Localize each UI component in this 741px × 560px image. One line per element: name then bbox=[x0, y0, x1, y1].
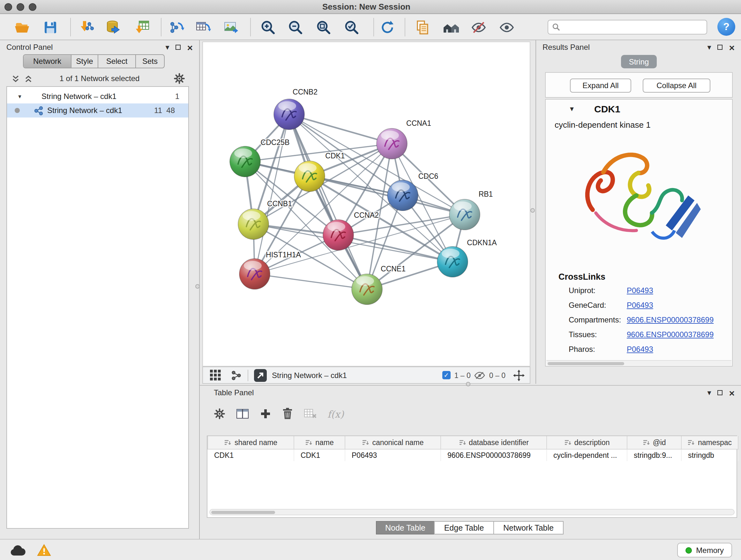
scrollbar-thumb[interactable] bbox=[548, 362, 624, 365]
import-network-database-button[interactable] bbox=[103, 17, 125, 38]
search-input[interactable] bbox=[563, 23, 703, 32]
crosslink-link-uniprot[interactable]: P06493 bbox=[627, 286, 653, 295]
collapse-all-button[interactable]: Collapse All bbox=[643, 78, 711, 92]
memory-label: Memory bbox=[696, 546, 724, 555]
memory-button[interactable]: Memory bbox=[677, 543, 732, 557]
expand-all-button[interactable]: Expand All bbox=[570, 78, 631, 92]
save-session-button[interactable] bbox=[40, 17, 61, 38]
network-options-gear-icon[interactable] bbox=[174, 73, 185, 86]
tab-edge-table[interactable]: Edge Table bbox=[434, 521, 494, 535]
control-panel-float-icon[interactable] bbox=[176, 44, 181, 51]
add-column-plus-icon[interactable] bbox=[260, 408, 271, 421]
zoom-out-button[interactable] bbox=[285, 17, 307, 38]
birdseye-view-icon[interactable] bbox=[231, 370, 242, 381]
scrollbar-thumb[interactable] bbox=[211, 510, 275, 514]
zoom-selected-icon bbox=[343, 19, 360, 36]
right-splitter-handle[interactable] bbox=[530, 208, 535, 212]
column-header-namespace[interactable]: namespac bbox=[681, 436, 738, 449]
zoom-selected-button[interactable] bbox=[341, 17, 362, 38]
table-panel-header: Table Panel ▾ × bbox=[200, 386, 741, 400]
column-header-id[interactable]: @id bbox=[627, 436, 681, 449]
edge-HIST1H1A-CCNE1[interactable] bbox=[255, 274, 367, 289]
tab-network-table[interactable]: Network Table bbox=[493, 521, 563, 535]
import-table-file-button[interactable] bbox=[131, 17, 153, 38]
refresh-button[interactable] bbox=[377, 17, 398, 38]
results-panel-float-icon[interactable] bbox=[718, 44, 723, 51]
network-node-CDKN1A[interactable]: CDKN1A bbox=[437, 239, 497, 277]
network-row-selected[interactable]: String Network – cdk1 11 48 bbox=[7, 104, 188, 118]
results-horizontal-scrollbar[interactable] bbox=[546, 360, 731, 365]
collection-expand-icon[interactable]: ▼ bbox=[17, 94, 25, 99]
network-node-RB1[interactable]: RB1 bbox=[449, 190, 493, 230]
hidden-eye-slash-icon bbox=[475, 371, 485, 379]
new-network-button[interactable] bbox=[165, 17, 187, 38]
window-close-button[interactable] bbox=[4, 3, 12, 10]
network-node-CCNA1[interactable]: CCNA1 bbox=[377, 119, 431, 159]
table-horizontal-scrollbar[interactable] bbox=[209, 509, 735, 515]
network-collection-row[interactable]: ▼ String Network – cdk1 1 bbox=[7, 89, 188, 104]
crosslink-link-compartments[interactable]: 9606.ENSP00000378699 bbox=[627, 315, 714, 324]
column-header-canonical-name[interactable]: canonical name bbox=[345, 436, 441, 449]
network-node-CDK1[interactable]: CDK1 bbox=[294, 152, 345, 192]
edge-CCNB2-CCNE1[interactable] bbox=[289, 114, 367, 289]
window-minimize-button[interactable] bbox=[17, 3, 24, 10]
network-node-CCNE1[interactable]: CCNE1 bbox=[352, 265, 406, 305]
bottom-splitter-handle[interactable] bbox=[466, 382, 470, 386]
column-header-description[interactable]: description bbox=[547, 436, 627, 449]
crosslink-link-pharos[interactable]: P06493 bbox=[627, 345, 653, 354]
table-settings-gear-icon[interactable] bbox=[214, 408, 225, 421]
grid-view-icon[interactable] bbox=[210, 370, 221, 381]
copy-button[interactable] bbox=[412, 17, 433, 38]
tab-string[interactable]: String bbox=[621, 55, 657, 68]
results-panel-close-icon[interactable]: × bbox=[729, 43, 735, 52]
toolbar-separator bbox=[161, 18, 161, 37]
export-image-button[interactable] bbox=[220, 17, 242, 38]
tab-network[interactable]: Network bbox=[23, 55, 71, 68]
network-selection-status: 1 of 1 Network selected bbox=[0, 74, 199, 83]
network-node-CCNB1[interactable]: CCNB1 bbox=[238, 199, 292, 240]
control-panel-menu-chevron-icon[interactable]: ▾ bbox=[165, 44, 169, 51]
network-node-CCNB2[interactable]: CCNB2 bbox=[274, 88, 318, 130]
left-splitter-handle[interactable] bbox=[195, 284, 200, 289]
zoom-in-button[interactable] bbox=[257, 17, 279, 38]
column-header-shared-name[interactable]: shared name bbox=[208, 436, 294, 449]
table-panel-float-icon[interactable] bbox=[718, 389, 723, 396]
selected-checkbox-icon[interactable]: ✓ bbox=[442, 371, 451, 379]
svg-text:CCNA1: CCNA1 bbox=[406, 119, 431, 127]
pan-crosshair-icon[interactable] bbox=[513, 369, 525, 381]
warning-icon[interactable] bbox=[37, 544, 51, 558]
tab-node-table[interactable]: Node Table bbox=[376, 521, 434, 535]
delete-column-trash-icon[interactable] bbox=[282, 408, 293, 422]
network-node-CDC6[interactable]: CDC6 bbox=[387, 172, 438, 211]
window-zoom-button[interactable] bbox=[29, 3, 37, 10]
network-canvas[interactable]: CCNB2CCNA1CDC25BCDK1CDC6RB1CCNB1CCNA2CDK… bbox=[202, 42, 530, 367]
edge-CCNB2-CCNA1[interactable] bbox=[289, 114, 392, 144]
network-node-HIST1H1A[interactable]: HIST1H1A bbox=[239, 251, 301, 289]
open-session-button[interactable] bbox=[11, 17, 33, 38]
home-view-button[interactable] bbox=[441, 17, 462, 38]
new-table-button[interactable] bbox=[192, 17, 214, 38]
network-graph[interactable]: CCNB2CCNA1CDC25BCDK1CDC6RB1CCNB1CCNA2CDK… bbox=[203, 42, 530, 366]
results-panel-menu-chevron-icon[interactable]: ▾ bbox=[707, 44, 711, 51]
table-panel-menu-chevron-icon[interactable]: ▾ bbox=[707, 389, 711, 396]
zoom-fit-button[interactable] bbox=[313, 17, 334, 38]
open-in-new-window-button[interactable] bbox=[254, 369, 267, 381]
tab-select[interactable]: Select bbox=[98, 55, 136, 68]
control-panel-close-icon[interactable]: × bbox=[187, 43, 193, 52]
gene-collapse-icon[interactable]: ▼ bbox=[569, 105, 575, 112]
show-graphics-button[interactable] bbox=[496, 17, 518, 38]
table-row[interactable]: CDK1 CDK1 P06493 9606.ENSP00000378699 cy… bbox=[208, 449, 738, 461]
hide-graphics-button[interactable] bbox=[468, 17, 489, 38]
tab-style[interactable]: Style bbox=[71, 55, 98, 68]
table-panel-close-icon[interactable]: × bbox=[729, 388, 735, 397]
cloud-status-icon[interactable] bbox=[10, 544, 26, 559]
help-button[interactable]: ? bbox=[718, 18, 735, 36]
column-header-database-identifier[interactable]: database identifier bbox=[441, 436, 547, 449]
crosslink-link-genecard[interactable]: P06493 bbox=[627, 301, 653, 310]
search-icon bbox=[552, 23, 560, 31]
show-columns-icon[interactable] bbox=[236, 408, 249, 421]
import-network-file-button[interactable] bbox=[75, 17, 97, 38]
tab-sets[interactable]: Sets bbox=[136, 55, 164, 68]
crosslink-link-tissues[interactable]: 9606.ENSP00000378699 bbox=[627, 330, 714, 339]
column-header-name[interactable]: name bbox=[294, 436, 345, 449]
